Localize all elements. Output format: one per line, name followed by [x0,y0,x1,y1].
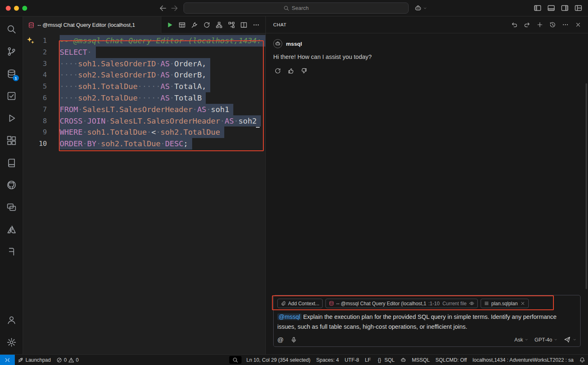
extensions-icon [7,136,16,145]
customize-layout-button[interactable] [574,4,582,12]
editor-toolbar [161,16,262,33]
status-notifications[interactable] [576,355,588,365]
activity-notebooks-item[interactable] [0,152,23,174]
code-editor[interactable]: 1--·@mssql·Chat·Query·Editor·(localhost,… [23,33,265,354]
toggle-secondary-sidebar-button[interactable] [561,4,569,12]
chat-input-text[interactable]: @mssql Explain the execution plan for th… [277,312,576,332]
braces-icon: {} [377,357,382,363]
activity-azure-item[interactable] [0,218,23,241]
chip-visibility-button[interactable] [469,301,474,307]
chevron-down-icon [554,338,558,342]
status-launchpad[interactable]: Launchpad [15,355,53,365]
status-cursor-position[interactable]: Ln 10, Col 29 (354 selected) [244,355,314,365]
status-copilot-status[interactable] [397,355,409,365]
window-close-button[interactable] [6,6,11,11]
estimated-plan-button[interactable] [226,19,237,30]
visualize-schema-button[interactable] [214,19,225,30]
code-text: ····soh1.SalesOrderID·AS·OrderA, [60,58,210,70]
activity-extensions-item[interactable] [0,129,23,152]
status-indentation[interactable]: Spaces: 4 [313,355,342,365]
status-label: Ln 10, Col 29 (354 selected) [246,357,311,363]
activity-database-projects-item[interactable] [0,241,23,263]
selection-highlight: --·@mssql·Chat·Query·Editor·(localhost,1… [60,35,265,47]
selection-highlight: ····soh2.TotalDue·····AS·TotalB [60,92,206,104]
chevron-down-icon [423,6,427,10]
status-eol[interactable]: LF [362,355,374,365]
mssql-avatar [273,39,282,48]
copilot-sparkle-icon[interactable] [26,36,35,44]
selection-highlight: ····soh1.SalesOrderID·AS·OrderA, [60,58,210,70]
context-chip-plan-sqlplan[interactable]: plan.sqlplan [481,299,529,308]
message-actions [273,66,581,75]
line-number: 2 [23,47,47,58]
close-icon [575,21,581,28]
open-results-grid-button[interactable] [177,19,188,30]
status-connection[interactable]: localhost,1434 : AdventureWorksLT2022 : … [470,355,576,365]
chat-panel-title: CHAT [273,22,286,27]
activity-run-item[interactable] [0,107,23,129]
activity-source-control-item[interactable] [0,40,23,63]
mode-picker[interactable]: Ask [514,337,528,343]
regenerate-button[interactable] [273,66,282,75]
status-encoding[interactable]: UTF-8 [342,355,362,365]
refresh-icon [274,68,281,74]
chat-input-controls: @ Ask GPT-4o [277,336,576,343]
navigate-forward-button[interactable] [170,4,179,13]
status-zoom-indicator[interactable] [229,356,242,364]
activity-connections-item[interactable]: 1 [0,63,23,85]
helpful-button[interactable] [286,66,295,75]
split-editor-button[interactable] [238,19,249,30]
disconnect-button[interactable] [189,19,200,30]
plus-icon [537,21,543,28]
code-line-1: 1--·@mssql·Chat·Query·Editor·(localhost,… [23,35,265,47]
history-button[interactable] [548,21,557,29]
window-minimize-button[interactable] [14,6,19,11]
chat-input-container[interactable]: Add Context...-- @mssql Chat Query Edito… [273,295,581,347]
chip-label: -- @mssql Chat Query Editor (localhost,1 [336,301,426,307]
screens-icon [7,202,16,212]
toggle-primary-sidebar-button[interactable] [534,4,542,12]
paperclip-icon [281,301,286,306]
selection-highlight: WHERE·soh1.TotalDue·<·soh2.TotalDue [60,126,224,138]
activity-search-item[interactable] [0,18,23,40]
status-language-mode[interactable]: {}SQL [374,355,397,365]
activity-remote-explorer-item[interactable] [0,196,23,218]
status-mssql[interactable]: MSSQL [409,355,432,365]
copilot-menu-button[interactable] [414,5,427,12]
activity-settings-item[interactable] [0,331,23,353]
toggle-panel-button[interactable] [547,4,555,12]
change-connection-button[interactable] [201,19,212,30]
editor-tab[interactable]: -- @mssql Chat Query Editor (localhost,1 [23,16,161,33]
mention-button[interactable]: @ [277,336,284,343]
new-chat-button[interactable] [536,21,544,29]
undo-button[interactable] [510,21,518,29]
send-button[interactable] [564,336,576,343]
run-query-button[interactable] [164,19,175,30]
copilot-icon [414,5,422,12]
chip-remove-button[interactable] [520,301,525,307]
chat-scrollbar[interactable] [586,83,587,289]
activity-github-item[interactable] [0,174,23,196]
window-zoom-button[interactable] [22,6,27,11]
command-center-search[interactable]: Search [184,2,409,14]
redo-button[interactable] [523,21,531,29]
status-sqlcmd[interactable]: SQLCMD: Off [432,355,469,365]
context-chips-row: Add Context...-- @mssql Chat Query Edito… [277,299,576,308]
check-square-icon [7,91,16,101]
code-text: SELECT· [60,47,96,58]
navigate-back-button[interactable] [158,4,167,13]
more-actions-button[interactable] [251,19,262,30]
activity-query-history-item[interactable] [0,85,23,107]
more-actions-button[interactable] [561,21,569,29]
mention-chip[interactable]: @mssql [277,314,302,320]
unhelpful-button[interactable] [300,66,308,75]
model-picker[interactable]: GPT-4o [535,337,558,343]
mic-icon[interactable] [291,337,297,343]
status-remote-indicator[interactable] [0,355,15,365]
activity-accounts-item[interactable] [0,309,23,331]
close-panel-button[interactable] [574,21,582,29]
split-icon [240,21,247,28]
context-chip-add-context[interactable]: Add Context... [277,299,323,308]
context-chip-current-file[interactable]: -- @mssql Chat Query Editor (localhost,1… [325,299,478,308]
status-problems[interactable]: 00 [53,355,81,365]
